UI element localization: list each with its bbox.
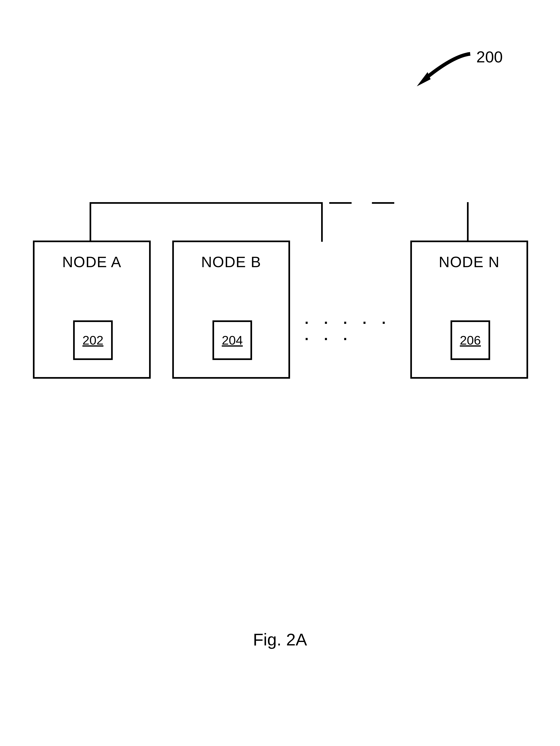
node-b: NODE B 204 — [172, 240, 290, 379]
node-n: NODE N 206 — [410, 240, 528, 379]
node-a: NODE A 202 — [33, 240, 151, 379]
node-n-inner-number: 206 — [460, 333, 481, 347]
reference-arrow — [408, 50, 479, 86]
ellipsis: . . . . . . . . — [305, 311, 398, 343]
node-n-inner-box: 206 — [450, 320, 490, 360]
node-n-title: NODE N — [412, 253, 527, 270]
node-a-inner-box: 202 — [73, 320, 113, 360]
node-a-inner-number: 202 — [83, 333, 104, 347]
node-b-inner-box: 204 — [212, 320, 252, 360]
figure-caption: Fig. 2A — [0, 630, 560, 650]
reference-numeral: 200 — [476, 48, 503, 66]
bus-connector-solid — [90, 202, 323, 242]
bus-connector-dashed — [321, 202, 469, 242]
figure-2a: 200 NODE A 202 NODE B 204 . . . . . . . … — [0, 0, 560, 746]
node-b-title: NODE B — [174, 253, 289, 270]
node-b-inner-number: 204 — [222, 333, 243, 347]
node-a-title: NODE A — [34, 253, 149, 270]
